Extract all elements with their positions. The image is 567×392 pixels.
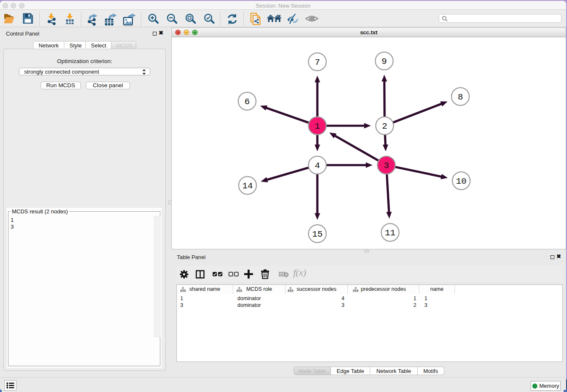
svg-text:2: 2	[382, 121, 388, 131]
svg-text:11: 11	[385, 228, 395, 238]
svg-text:3: 3	[384, 161, 389, 171]
svg-text:14: 14	[242, 181, 253, 191]
svg-text:7: 7	[315, 58, 320, 67]
svg-text:1: 1	[315, 121, 320, 131]
svg-text:9: 9	[382, 57, 387, 66]
svg-text:10: 10	[456, 177, 466, 186]
svg-text:4: 4	[315, 161, 320, 171]
svg-text:8: 8	[458, 92, 463, 102]
svg-text:15: 15	[312, 229, 322, 239]
svg-text:6: 6	[245, 97, 250, 107]
